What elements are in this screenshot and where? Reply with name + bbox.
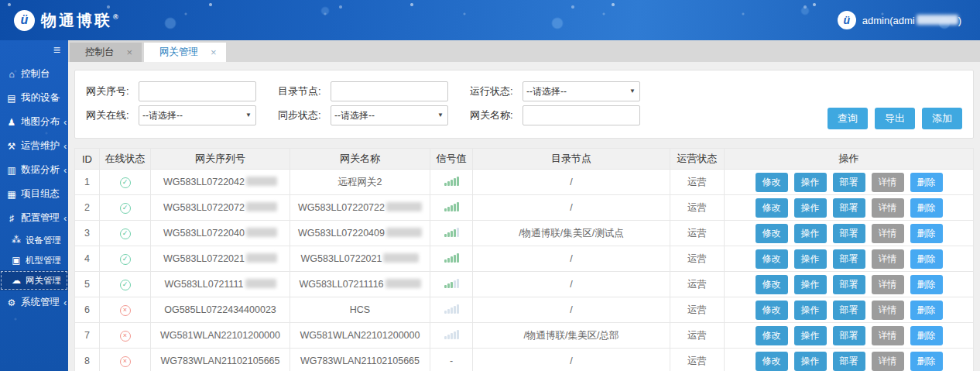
operate-button[interactable]: 操作 [794,198,827,218]
directory-node-input[interactable] [331,81,448,101]
detail-button[interactable]: 详情 [872,249,904,269]
deploy-button[interactable]: 部署 [833,352,865,371]
cell-serial: WG583LL0722042 [151,170,290,195]
delete-button[interactable]: 删除 [910,275,943,294]
operate-button[interactable]: 操作 [794,275,827,294]
trademark-symbol: ® [113,13,121,21]
signal-bars-icon [444,201,459,211]
sidebar-collapse-icon[interactable]: ≡ [0,43,68,62]
detail-button[interactable]: 详情 [872,275,904,294]
operate-button[interactable]: 操作 [794,301,827,320]
cell-id: 3 [75,221,100,246]
sidebar-item-label: 项目组态 [21,187,60,201]
top-header-bar: ü 物通博联® ü admin(admi) [0,0,980,40]
tab-close-icon[interactable]: × [211,46,217,58]
brand-logo: ü 物通博联® [14,10,121,31]
modify-button[interactable]: 修改 [756,173,788,192]
add-button[interactable]: 添加 [922,108,962,129]
tab-console[interactable]: 控制台× [70,43,142,62]
detail-button[interactable]: 详情 [872,198,904,218]
delete-button[interactable]: 删除 [910,301,943,320]
filter-field-gateway-serial: 网关序号: [86,81,256,101]
delete-button[interactable]: 删除 [910,326,943,345]
name-redacted-block [385,279,421,288]
user-redacted-block [917,15,958,25]
deploy-button[interactable]: 部署 [833,198,865,218]
operate-button[interactable]: 操作 [794,352,827,371]
detail-button[interactable]: 详情 [872,301,904,320]
modify-button[interactable]: 修改 [756,352,788,371]
run-status-select[interactable]: --请选择-- [523,81,640,101]
sidebar-item-model-mgmt[interactable]: ▣机型管理 [0,250,68,270]
user-menu[interactable]: ü admin(admi) [838,11,961,29]
online-check-icon: ✓ [120,203,131,214]
gateway-online-select-wrap: --请选择--▼ [139,105,256,125]
modify-button[interactable]: 修改 [756,275,788,294]
signal-bars-icon [444,278,459,288]
deploy-button[interactable]: 部署 [833,249,865,269]
delete-button[interactable]: 删除 [910,173,943,192]
detail-button[interactable]: 详情 [872,326,904,345]
export-button[interactable]: 导出 [875,108,915,129]
cell-directory-node: /物通博联/集美区/测试点 [473,221,670,246]
filter-label-gateway-online: 网关在线: [86,108,132,122]
filter-panel: 网关序号:目录节点:运行状态:--请选择--▼ 网关在线:--请选择--▼同步状… [74,70,974,139]
query-button[interactable]: 查询 [828,108,868,129]
detail-button[interactable]: 详情 [872,224,904,243]
cell-signal [430,170,473,195]
detail-button[interactable]: 详情 [872,173,904,192]
filter-field-sync-status: 同步状态:--请选择--▼ [278,105,448,125]
modify-button[interactable]: 修改 [756,249,788,269]
gateway-serial-input[interactable] [139,81,256,101]
sidebar-item-system[interactable]: ⚙系统管理‹ [0,290,68,314]
sidebar-item-console[interactable]: ⌂控制台 [0,62,68,86]
cell-directory-node: / [473,349,670,371]
sidebar-item-gateway-mgmt[interactable]: ☁网关管理 [0,270,68,290]
sync-status-select[interactable]: --请选择-- [331,105,448,125]
delete-button[interactable]: 删除 [910,224,943,243]
delete-button[interactable]: 删除 [910,249,943,269]
column-header-7: 操作 [725,149,974,170]
cell-operation-status: 运营 [670,297,725,323]
sidebar-item-analytics[interactable]: ▥数据分析‹ [0,158,68,182]
sidebar-item-map[interactable]: ♟地图分布‹ [0,110,68,134]
cell-actions: 修改操作部署详情删除 [725,170,974,195]
delete-button[interactable]: 删除 [910,198,943,218]
modify-button[interactable]: 修改 [756,301,788,320]
cell-online-status: ✓ [100,170,151,195]
offline-cross-icon: × [120,305,131,316]
sidebar-item-config[interactable]: ♯配置管理‹ [0,206,68,230]
tab-close-icon[interactable]: × [127,46,133,58]
user-label: admin(admi) [862,15,961,26]
deploy-button[interactable]: 部署 [833,173,865,192]
modify-button[interactable]: 修改 [756,224,788,243]
gateway-name-input[interactable] [523,105,640,125]
brand-name: 物通博联® [41,10,121,31]
delete-button[interactable]: 删除 [910,352,943,371]
cell-id: 6 [75,297,100,323]
deploy-button[interactable]: 部署 [833,326,865,345]
sidebar-item-device-mgmt[interactable]: ⁂设备管理 [0,230,68,250]
operate-button[interactable]: 操作 [794,249,827,269]
cell-online-status: × [100,323,151,349]
share-icon: ⁂ [11,235,22,246]
cell-online-status: ✓ [100,195,151,221]
sliders-icon: ♯ [6,213,17,224]
operate-button[interactable]: 操作 [794,326,827,345]
sidebar-item-project[interactable]: ▦项目组态 [0,182,68,206]
gateway-online-select[interactable]: --请选择-- [139,105,256,125]
tab-gateway[interactable]: 网关管理× [144,43,226,62]
operate-button[interactable]: 操作 [794,224,827,243]
modify-button[interactable]: 修改 [756,326,788,345]
deploy-button[interactable]: 部署 [833,224,865,243]
sidebar-item-my-devices[interactable]: ▤我的设备 [0,86,68,110]
detail-button[interactable]: 详情 [872,352,904,371]
deploy-button[interactable]: 部署 [833,301,865,320]
modify-button[interactable]: 修改 [756,198,788,218]
signal-bars-icon [444,304,459,314]
filter-row-1: 网关序号:目录节点:运行状态:--请选择--▼ [86,81,962,101]
serial-redacted-block [246,202,277,211]
operate-button[interactable]: 操作 [794,173,827,192]
sidebar-item-operations[interactable]: ⚒运营维护‹ [0,134,68,158]
deploy-button[interactable]: 部署 [833,275,865,294]
